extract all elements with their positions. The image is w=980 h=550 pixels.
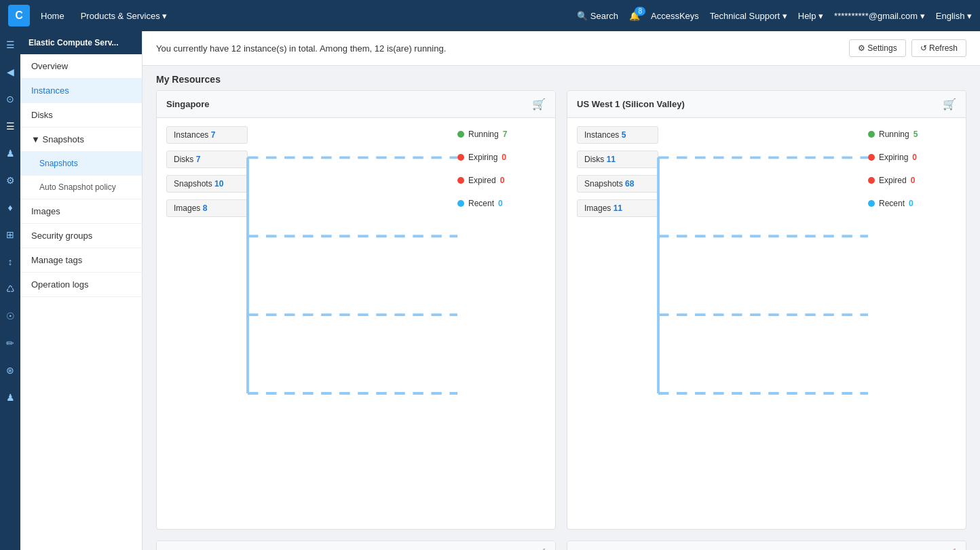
region-name-us-west-1: US West 1 (Silicon Valley) [577,99,685,109]
region-header-us-west-1: US West 1 (Silicon Valley)🛒 [567,91,966,118]
status-dot-expiring [457,154,464,161]
connector-lines-singapore [248,126,457,521]
logo-icon: C [8,5,30,26]
stat-label-recent: Recent [468,199,494,208]
status-dot-running [868,131,875,138]
stat-count-expired: 0 [911,176,916,185]
cart-icon-us-west-1[interactable]: 🛒 [943,98,956,111]
sidebar-item-operation-logs[interactable]: Operation logs [20,273,142,297]
status-dot-running [457,131,464,138]
sidebar-item-images[interactable]: Images [20,199,142,224]
stat-count-recent: 0 [909,199,913,208]
sidebar-billing-icon[interactable]: ✏ [2,335,18,351]
sidebar-cdn-icon[interactable]: ♺ [2,281,18,297]
sidebar-icon-rail: ☰ ◀ ⊙ ☰ ♟ ⚙ ♦ ⊞ ↕ ♺ ☉ ✏ ⊛ ♟ [0,31,20,550]
stat-item-expiring: Expiring 0 [868,149,956,165]
stat-label-expired: Expired [468,176,496,185]
status-dot-recent [457,200,464,207]
nav-links: Home Products & Services ▾ [41,11,167,21]
stat-label-running: Running [468,130,499,139]
region-header-singapore: Singapore🛒 [157,91,555,118]
region-card-singapore: Singapore🛒Instances 7Disks 7Snapshots 10… [156,90,556,530]
stat-item-running: Running 5 [868,126,956,142]
stat-count-expired: 0 [500,176,505,185]
stat-count-running: 5 [913,130,918,139]
card-body-singapore: Instances 7Disks 7Snapshots 10Images 8Ru… [157,118,555,529]
stat-count-expiring: 0 [912,153,917,162]
cart-icon-singapore[interactable]: 🛒 [532,98,546,111]
status-bar: You currently have 12 instance(s) in tot… [143,31,980,66]
resource-item-snapshots[interactable]: Snapshots 10 [166,175,248,193]
service-title: Elastic Compute Serv... [20,31,142,54]
sidebar-item-security-groups[interactable]: Security groups [20,224,142,248]
my-resources-header: My Resources [143,66,980,90]
sidebar-compute-icon[interactable]: ☰ [2,118,18,134]
left-menu: Elastic Compute Serv... Overview Instanc… [20,31,143,550]
stat-count-expiring: 0 [502,153,506,162]
settings-button[interactable]: ⚙ Settings [849,39,906,57]
sidebar-account-icon[interactable]: ☉ [2,308,18,324]
sidebar-monitoring-icon[interactable]: ↕ [2,254,18,270]
top-nav: C Home Products & Services ▾ 🔍 Search 🔔 … [0,0,980,31]
resource-item-images[interactable]: Images 8 [166,199,248,217]
nav-access-keys[interactable]: AccessKeys [651,11,699,21]
notification-bell[interactable]: 🔔 8 [629,11,640,21]
resource-item-images[interactable]: Images 11 [577,199,658,217]
sidebar-menu-icon[interactable]: ☰ [2,37,18,53]
regions-grid: Singapore🛒Instances 7Disks 7Snapshots 10… [143,90,980,550]
resource-item-disks[interactable]: Disks 11 [577,151,658,168]
stat-item-recent: Recent 0 [868,195,956,212]
region-header-china-east-1: China East 1 (Hangzhou)🛒 [157,541,555,550]
sidebar-storage-icon[interactable]: ⚙ [2,172,18,189]
stat-label-expiring: Expiring [468,153,497,162]
sidebar-collapse-icon[interactable]: ◀ [2,64,18,80]
sidebar-support-icon[interactable]: ⊛ [2,362,18,378]
content-area: You currently have 12 instance(s) in tot… [143,31,980,550]
stat-count-running: 7 [503,130,508,139]
nav-tech-support[interactable]: Technical Support ▾ [710,11,787,21]
sidebar-database-icon[interactable]: ♦ [2,199,18,216]
region-card-us-west-1: US West 1 (Silicon Valley)🛒Instances 5Di… [567,90,966,530]
nav-language[interactable]: English ▾ [936,11,972,21]
region-card-china-east-1: China East 1 (Hangzhou)🛒Instances 0Disks… [156,541,556,550]
stat-item-recent: Recent 0 [457,195,546,212]
my-resources-title: My Resources [156,74,221,85]
sidebar-item-snapshots[interactable]: ▼ Snapshots [20,127,142,152]
sidebar-network-icon[interactable]: ♟ [2,145,18,161]
nav-products[interactable]: Products & Services ▾ [81,11,168,21]
resource-item-snapshots[interactable]: Snapshots 68 [577,175,658,193]
nav-home[interactable]: Home [41,11,64,21]
snapshots-label: ▼ Snapshots [31,134,84,144]
status-dot-recent [868,200,875,207]
sidebar-item-auto-snapshot[interactable]: Auto Snapshot policy [20,176,142,199]
sidebar-bottom-icon[interactable]: ♟ [2,389,18,406]
sidebar-item-manage-tags[interactable]: Manage tags [20,248,142,273]
stat-label-running: Running [879,130,909,139]
refresh-button[interactable]: ↺ Refresh [911,39,966,57]
nav-right: 🔍 Search 🔔 8 AccessKeys Technical Suppor… [577,11,972,21]
nav-account[interactable]: **********@gmail.com ▾ [834,11,925,21]
search-label: Search [590,11,618,21]
region-header-china-east-2: China East 2 (Shanghai)🛒 [567,541,966,550]
stat-label-recent: Recent [879,199,905,208]
nav-help[interactable]: Help ▾ [798,11,823,21]
resource-item-instances[interactable]: Instances 7 [166,126,248,144]
resource-item-disks[interactable]: Disks 7 [166,151,248,168]
main-layout: ☰ ◀ ⊙ ☰ ♟ ⚙ ♦ ⊞ ↕ ♺ ☉ ✏ ⊛ ♟ Elastic Comp… [0,31,980,550]
sidebar-item-instances[interactable]: Instances [20,79,142,103]
status-dot-expired [868,177,875,184]
sidebar-dashboard-icon[interactable]: ⊙ [2,91,18,107]
sidebar-item-snapshots-sub[interactable]: Snapshots [20,152,142,176]
resource-item-instances[interactable]: Instances 5 [577,126,658,144]
status-dot-expired [457,177,464,184]
sidebar-item-overview[interactable]: Overview [20,54,142,79]
region-card-china-east-2: China East 2 (Shanghai)🛒Instances 0Disks… [567,541,966,550]
status-dot-expiring [868,154,875,161]
stat-label-expired: Expired [879,176,907,185]
sidebar-security-icon[interactable]: ⊞ [2,227,18,243]
sidebar-item-disks[interactable]: Disks [20,103,142,127]
search-button[interactable]: 🔍 Search [577,11,618,21]
stat-label-expiring: Expiring [879,153,908,162]
connector-lines-us-west-1 [658,126,868,521]
action-buttons: ⚙ Settings ↺ Refresh [849,39,966,57]
